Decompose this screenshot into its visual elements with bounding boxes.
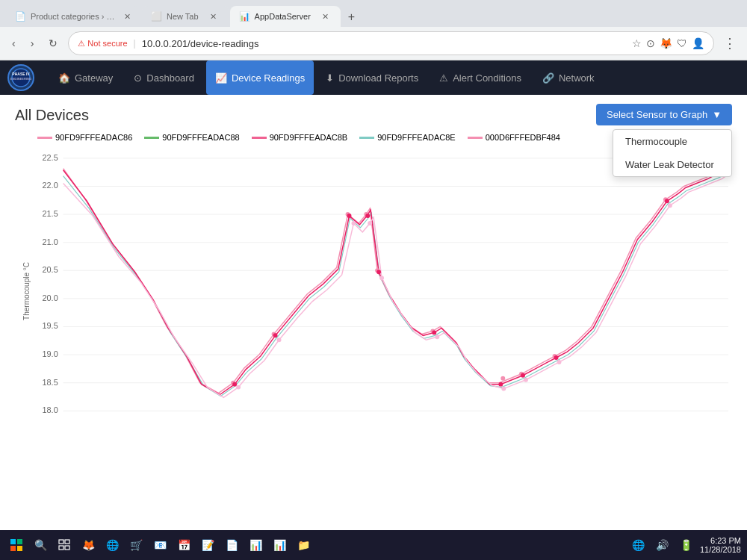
- tab-3-close[interactable]: ✕: [320, 10, 332, 22]
- address-right-icons: ☆ ⊙ 🦊 🛡 👤: [632, 37, 704, 49]
- svg-point-47: [351, 221, 356, 225]
- taskbar-firefox[interactable]: 🦊: [78, 535, 99, 556]
- taskbar-network-status[interactable]: 🌐: [628, 535, 649, 556]
- tab-3[interactable]: 📊 AppDataServer ✕: [230, 6, 341, 27]
- tab-2-close[interactable]: ✕: [208, 10, 220, 22]
- taskbar-word[interactable]: 📄: [221, 535, 242, 556]
- svg-point-36: [347, 214, 352, 218]
- legend-label-1: 90FD9FFFEADAC86: [55, 133, 132, 142]
- taskbar-start[interactable]: [6, 535, 27, 556]
- tab-favicon: 📄: [15, 11, 26, 22]
- legend-label-5: 000D6FFFEDBF484: [486, 133, 560, 142]
- svg-rect-58: [10, 546, 16, 551]
- taskbar-calendar[interactable]: 📅: [173, 535, 194, 556]
- svg-text:21.0: 21.0: [43, 237, 58, 246]
- legend-color-4: [359, 137, 374, 139]
- more-options-button[interactable]: ⋮: [720, 32, 740, 55]
- account-icon[interactable]: 👤: [692, 37, 704, 49]
- svg-point-51: [501, 387, 506, 391]
- taskbar-excel[interactable]: 📊: [245, 535, 266, 556]
- url-display: 10.0.0.201/device-readings: [142, 38, 626, 49]
- pocket-icon[interactable]: ⊙: [646, 37, 655, 49]
- nav-download-reports-label: Download Reports: [338, 72, 418, 84]
- svg-text:22.5: 22.5: [43, 153, 58, 162]
- sensor-dropdown-container: Select Sensor to Graph ▼ Thermocouple Wa…: [596, 104, 732, 125]
- download-icon: ⬇: [326, 72, 334, 84]
- reload-button[interactable]: ↻: [44, 34, 62, 52]
- nav-alert-conditions[interactable]: ⚠ Alert Conditions: [430, 60, 530, 95]
- svg-text:20.5: 20.5: [43, 265, 58, 274]
- logo-circle: PHASE IV ENGINEERING: [7, 64, 34, 91]
- svg-point-37: [365, 214, 370, 218]
- svg-rect-59: [17, 546, 22, 551]
- taskbar-onenote[interactable]: 📝: [197, 535, 218, 556]
- svg-point-42: [554, 355, 559, 360]
- tab-2-favicon: ⬜: [151, 11, 162, 22]
- chevron-down-icon: ▼: [712, 109, 722, 120]
- svg-point-45: [236, 385, 241, 390]
- nav-device-readings[interactable]: 📈 Device Readings: [206, 60, 314, 95]
- not-secure-label: Not secure: [87, 39, 127, 48]
- legend-label-3: 90FD9FFFEADAC8B: [270, 133, 348, 142]
- nav-dashboard[interactable]: ⊙ Dashboard: [125, 60, 203, 95]
- dropdown-item-thermocouple[interactable]: Thermocouple: [613, 130, 731, 153]
- nav-items: 🏠 Gateway ⊙ Dashboard 📈 Device Readings …: [49, 60, 604, 95]
- new-tab-button[interactable]: +: [342, 7, 361, 27]
- nav-gateway[interactable]: 🏠 Gateway: [49, 60, 122, 95]
- tab-1-label: Product categories › Phase IV En...: [31, 12, 115, 21]
- taskbar-battery[interactable]: 🔋: [676, 535, 697, 556]
- home-icon: 🏠: [58, 72, 70, 84]
- taskbar-powerpoint[interactable]: 📊: [269, 535, 290, 556]
- forward-button[interactable]: ›: [26, 34, 39, 52]
- shield-icon[interactable]: 🛡: [677, 37, 687, 49]
- svg-rect-62: [59, 546, 63, 550]
- taskbar-volume[interactable]: 🔊: [652, 535, 673, 556]
- tab-1-close[interactable]: ✕: [124, 10, 131, 22]
- browser-chrome: 📄 Product categories › Phase IV En... ✕ …: [0, 0, 747, 60]
- taskbar-edge[interactable]: 🌐: [102, 535, 123, 556]
- svg-text:21.5: 21.5: [43, 209, 58, 218]
- svg-text:18.5: 18.5: [43, 378, 58, 387]
- tab-2[interactable]: ⬜ New Tab ✕: [142, 6, 229, 27]
- chart-svg-container: .grid-line { stroke: #e0e0e0; stroke-wid…: [37, 148, 732, 435]
- legend-label-2: 90FD9FFFEADAC88: [162, 133, 239, 142]
- chart-line-2: [63, 172, 728, 396]
- back-button[interactable]: ‹: [7, 34, 20, 52]
- taskbar-mail[interactable]: 📧: [149, 535, 170, 556]
- svg-rect-60: [59, 540, 63, 544]
- time-display: 6:23 PM 11/28/2018: [700, 536, 741, 554]
- nav-download-reports[interactable]: ⬇ Download Reports: [317, 60, 427, 95]
- app-nav: PHASE IV ENGINEERING 🏠 Gateway ⊙ Dashboa…: [0, 60, 747, 95]
- clock-time: 6:23 PM: [700, 536, 741, 545]
- taskbar-explorer[interactable]: 📁: [293, 535, 314, 556]
- select-sensor-button[interactable]: Select Sensor to Graph ▼: [596, 104, 732, 125]
- not-secure-indicator: ⚠ Not secure: [78, 39, 127, 49]
- svg-point-39: [432, 330, 436, 335]
- svg-rect-61: [65, 540, 69, 544]
- tab-2-label: New Tab: [167, 12, 199, 21]
- address-bar[interactable]: ⚠ Not secure | 10.0.0.201/device-reading…: [68, 31, 714, 55]
- nav-network[interactable]: 🔗 Network: [533, 60, 604, 95]
- legend-color-1: [37, 137, 52, 139]
- svg-point-40: [498, 382, 503, 387]
- firefox-icon[interactable]: 🦊: [660, 37, 672, 49]
- logo: PHASE IV ENGINEERING: [7, 64, 34, 91]
- nav-alert-conditions-label: Alert Conditions: [453, 72, 521, 84]
- svg-point-38: [376, 270, 381, 274]
- dashboard-icon: ⊙: [134, 72, 142, 84]
- svg-point-50: [435, 335, 439, 339]
- tab-3-favicon: 📊: [239, 11, 250, 22]
- dropdown-item-water-leak[interactable]: Water Leak Detector: [613, 153, 731, 176]
- chart-line-3: [63, 167, 728, 395]
- tab-1[interactable]: 📄 Product categories › Phase IV En... ✕: [6, 6, 140, 27]
- taskbar-search[interactable]: 🔍: [30, 535, 51, 556]
- legend-item-1: 90FD9FFFEADAC86: [37, 133, 132, 142]
- legend-item-2: 90FD9FFFEADAC88: [144, 133, 239, 142]
- bookmark-icon[interactable]: ☆: [632, 37, 642, 49]
- taskbar-system: 🌐 🔊 🔋 6:23 PM 11/28/2018: [628, 535, 741, 556]
- taskbar-store[interactable]: 🛒: [125, 535, 146, 556]
- taskbar-task-view[interactable]: [54, 535, 75, 556]
- chart-line-1: [63, 166, 728, 393]
- taskbar: 🔍 🦊 🌐 🛒 📧 📅 📝 📄 📊 📊 📁 🌐 🔊 🔋 6:23 PM 11/2…: [0, 530, 747, 560]
- svg-text:22.0: 22.0: [43, 181, 58, 190]
